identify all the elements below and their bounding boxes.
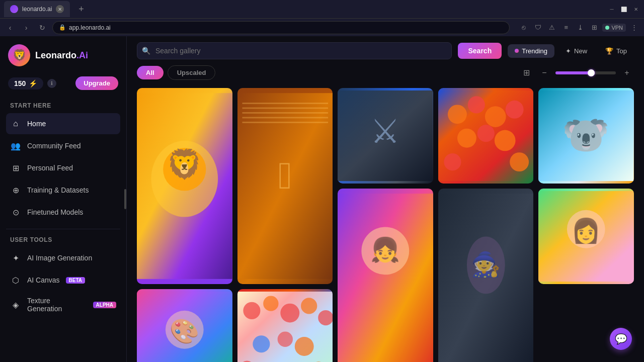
overlay-actions: ⊘ [513, 193, 529, 209]
edit-button[interactable]: ⊘ [312, 293, 329, 309]
sidebar-item-label: Finetuned Models [27, 208, 83, 216]
expand-button[interactable]: ⤢ [312, 92, 329, 108]
ai-image-icon: ✦ [10, 252, 21, 263]
sidebar-item-label: Community Feed [27, 142, 81, 150]
gallery-item[interactable]: ⌘ ⊘ ⤢ [538, 189, 634, 284]
section-user-tools-label: User Tools [6, 234, 120, 245]
sidebar-item-finetuned[interactable]: ⊙ Finetuned Models [6, 202, 120, 223]
training-icon: ⊕ [10, 185, 21, 196]
refresh-button[interactable]: ↻ [36, 22, 48, 34]
zoom-thumb [588, 69, 595, 76]
overlay-actions: ⌘ ⊘ [193, 293, 228, 309]
zoom-slider[interactable] [555, 71, 616, 74]
edit-button[interactable]: ⊘ [494, 92, 510, 108]
remix-button[interactable]: ⌘ [193, 293, 209, 309]
remix-button[interactable]: ⌘ [576, 193, 592, 209]
sidebar-item-personal-feed[interactable]: ⊞ Personal Feed [6, 157, 120, 178]
minimize-button[interactable]: ─ [608, 5, 616, 13]
overlay-actions: ⌘ ⊘ [293, 293, 329, 309]
address-bar[interactable]: 🔒 app.leonardo.ai [52, 21, 510, 34]
gallery-item[interactable]: ⊘ 🧙 [438, 189, 534, 362]
upgrade-button[interactable]: Upgrade [75, 76, 118, 90]
vpn-dot [605, 26, 609, 30]
sidebar-item-texture[interactable]: ◈ Texture Generation ALPHA [6, 292, 120, 318]
shield-icon[interactable]: 🛡 [532, 22, 544, 34]
section-divider [6, 229, 120, 229]
sidebar-item-label: Training & Datasets [27, 186, 89, 194]
back-button[interactable]: ‹ [4, 22, 16, 34]
remix-button[interactable]: ⌘ [293, 293, 309, 309]
sidebar-item-training[interactable]: ⊕ Training & Datasets [6, 179, 120, 201]
edit-button[interactable]: ⊘ [595, 193, 611, 209]
sidebar-item-home[interactable]: ⌂ Home [6, 113, 120, 134]
sidebar-item-community-feed[interactable]: 👥 Community Feed [6, 135, 120, 156]
remix-button[interactable]: ⌘ [193, 92, 209, 108]
address-bar-actions: ⎋ 🛡 ⚠ ≡ ⤓ ⊞ VPN ⋮ [518, 22, 640, 34]
new-tab-button[interactable]: + [74, 2, 88, 16]
expand-button[interactable]: ⤢ [513, 92, 529, 108]
extensions-icon[interactable]: ⊞ [588, 22, 600, 34]
sort-new-button[interactable]: ✦ New [558, 44, 594, 58]
chat-fab-button[interactable]: 💬 [610, 328, 632, 350]
reader-icon[interactable]: ≡ [560, 22, 572, 34]
expand-button[interactable]: ⤢ [614, 193, 630, 209]
sort-trending-button[interactable]: Trending [508, 44, 554, 58]
close-window-button[interactable]: ✕ [632, 5, 640, 13]
trending-dot [515, 49, 519, 53]
filter-upscaled-button[interactable]: Upscaled [168, 65, 216, 80]
vpn-badge: VPN [602, 24, 626, 32]
expand-button[interactable]: ⤢ [212, 92, 228, 108]
vpn-label: VPN [611, 25, 623, 31]
edit-button[interactable]: ⊘ [394, 193, 410, 209]
share-icon[interactable]: ⎋ [518, 22, 530, 34]
tab-close-button[interactable]: ✕ [56, 5, 64, 13]
gallery-item[interactable]: ⌘ ⊘ [237, 289, 333, 362]
edit-button[interactable]: ⊘ [394, 92, 410, 108]
search-container: 🔍 [137, 42, 452, 59]
info-button[interactable]: ℹ [47, 79, 56, 88]
sort-trending-label: Trending [522, 47, 547, 55]
search-button[interactable]: Search [458, 43, 502, 59]
browser-titlebar: leonardo.ai ✕ + ─ ⬜ ✕ [0, 0, 644, 18]
home-icon: ⌂ [10, 118, 21, 129]
sidebar-item-ai-image[interactable]: ✦ AI Image Generation [6, 247, 120, 268]
gallery-item[interactable]: ⌘ ⤢ [137, 88, 232, 284]
gallery-item[interactable]: ⌘ ⊘ 🐨 [538, 88, 634, 184]
sidebar-scrollbar [124, 189, 126, 209]
sidebar-item-ai-canvas[interactable]: ⬡ AI Canvas BETA [6, 269, 120, 291]
tab-favicon [10, 5, 18, 13]
texture-icon: ◈ [10, 299, 21, 310]
gallery-item[interactable]: ⌘ ⊘ ⤢ [438, 88, 534, 184]
zoom-in-button[interactable]: + [620, 66, 634, 80]
forward-button[interactable]: › [20, 22, 32, 34]
alert-icon[interactable]: ⚠ [546, 22, 558, 34]
remix-button[interactable]: ⌘ [375, 193, 391, 209]
edit-button[interactable]: ⊘ [513, 193, 529, 209]
gallery-item[interactable]: ⌘ ⊘ ⤢ [237, 88, 333, 284]
remix-button[interactable]: ⌘ [475, 92, 491, 108]
edit-button[interactable]: ⊘ [614, 92, 630, 108]
grid-view-button[interactable]: ⊞ [519, 66, 533, 80]
sort-tabs: Trending ✦ New 🏆 Top [508, 44, 634, 58]
credits-badge: 150 ⚡ [8, 77, 43, 89]
lock-icon: 🔒 [59, 24, 66, 31]
filter-all-button[interactable]: All [137, 66, 164, 79]
gallery-item[interactable]: ⌘ ⊘ ⤢ [338, 189, 433, 362]
download-icon[interactable]: ⤓ [574, 22, 586, 34]
expand-button[interactable]: ⤢ [413, 92, 429, 108]
sort-top-button[interactable]: 🏆 Top [598, 44, 634, 58]
expand-button[interactable]: ⤢ [413, 193, 429, 209]
browser-tab[interactable]: leonardo.ai ✕ [4, 1, 70, 17]
remix-button[interactable]: ⌘ [375, 92, 391, 108]
search-input[interactable] [137, 42, 452, 59]
remix-button[interactable]: ⌘ [274, 92, 290, 108]
menu-icon[interactable]: ⋮ [628, 22, 640, 34]
gallery-item[interactable]: ⌘ ⊘ [137, 289, 232, 362]
sort-top-label: Top [616, 47, 627, 55]
remix-button[interactable]: ⌘ [595, 92, 611, 108]
zoom-out-button[interactable]: − [537, 66, 551, 80]
edit-button[interactable]: ⊘ [212, 293, 228, 309]
gallery-item[interactable]: ⌘ ⊘ ⤢ [338, 88, 433, 184]
edit-button[interactable]: ⊘ [293, 92, 309, 108]
maximize-button[interactable]: ⬜ [620, 5, 628, 13]
